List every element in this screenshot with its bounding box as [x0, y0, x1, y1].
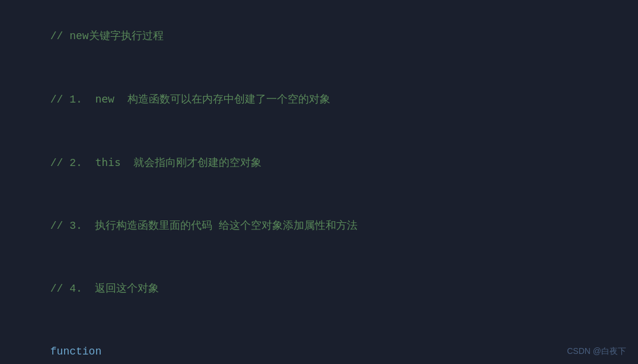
line-content-2: // 1. new 构造函数可以在内存中创建了一个空的对象: [0, 69, 330, 130]
code-line-2: // 1. new 构造函数可以在内存中创建了一个空的对象: [0, 68, 638, 131]
code-editor: // new关键字执行过程 // 1. new 构造函数可以在内存中创建了一个空…: [0, 0, 638, 364]
keyword-function: function: [50, 346, 101, 357]
code-line-6: function Star ( uname , age , sex ) {: [0, 320, 638, 364]
comment-5: // 4. 返回这个对象: [50, 283, 160, 295]
line-content-1: // new关键字执行过程: [0, 6, 164, 66]
line-content-3: // 2. this 就会指向刚才创建的空对象: [0, 132, 261, 193]
comment-3: // 2. this 就会指向刚才创建的空对象: [50, 157, 262, 169]
comment-4: // 3. 执行构造函数里面的代码 给这个空对象添加属性和方法: [50, 220, 358, 232]
line-content-4: // 3. 执行构造函数里面的代码 给这个空对象添加属性和方法: [0, 196, 358, 256]
code-line-3: // 2. this 就会指向刚才创建的空对象: [0, 131, 638, 194]
line-content-6: function Star ( uname , age , sex ) {: [0, 321, 101, 364]
line-content-5: // 4. 返回这个对象: [0, 258, 159, 319]
comment-2: // 1. new 构造函数可以在内存中创建了一个空的对象: [50, 94, 330, 106]
code-line-4: // 3. 执行构造函数里面的代码 给这个空对象添加属性和方法: [0, 194, 638, 257]
code-line-5: // 4. 返回这个对象: [0, 257, 638, 320]
code-line-1: // new关键字执行过程: [0, 5, 638, 68]
comment-1: // new关键字执行过程: [50, 30, 164, 42]
watermark: CSDN @白夜下: [567, 346, 626, 357]
